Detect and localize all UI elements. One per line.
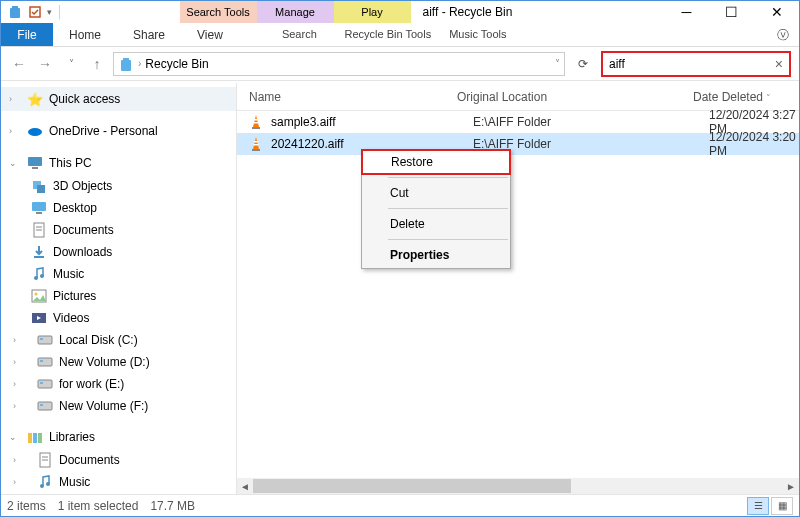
chevron-right-icon[interactable]: ›	[13, 379, 25, 389]
svg-rect-10	[32, 202, 46, 211]
folder-icon	[37, 332, 53, 348]
horizontal-scrollbar[interactable]: ◄ ►	[237, 478, 799, 494]
context-menu-delete[interactable]: Delete	[362, 211, 510, 237]
nav-item[interactable]: ›Documents	[1, 449, 236, 471]
nav-label: Libraries	[49, 430, 95, 444]
scrollbar-track[interactable]	[253, 479, 783, 493]
context-menu-cut[interactable]: Cut	[362, 180, 510, 206]
nav-item[interactable]: Documents	[1, 219, 236, 241]
nav-item-label: Downloads	[53, 245, 112, 259]
svg-point-5	[28, 128, 42, 136]
column-headers: Name Original Location Date Deleted ˅	[237, 83, 799, 111]
svg-rect-1	[12, 6, 18, 8]
folder-icon	[37, 354, 53, 370]
tab-home[interactable]: Home	[53, 23, 117, 46]
recycle-bin-icon	[118, 56, 134, 72]
nav-item[interactable]: ›New Volume (F:)	[1, 395, 236, 417]
context-menu-properties[interactable]: Properties	[362, 242, 510, 268]
nav-label: OneDrive - Personal	[49, 124, 158, 138]
folder-icon	[37, 376, 53, 392]
breadcrumb-location[interactable]: Recycle Bin	[145, 57, 208, 71]
tab-file[interactable]: File	[1, 23, 53, 46]
chevron-down-icon[interactable]: ⌄	[9, 432, 21, 442]
close-button[interactable]: ✕	[754, 1, 799, 23]
ribbon-collapse-icon[interactable]: ⓥ	[767, 23, 799, 46]
qat-dropdown-icon[interactable]: ▾	[47, 7, 52, 17]
folder-icon	[37, 452, 53, 468]
column-header-date-deleted[interactable]: Date Deleted ˅	[693, 90, 799, 104]
chevron-right-icon[interactable]: ›	[9, 126, 21, 136]
context-menu: Restore Cut Delete Properties	[361, 149, 511, 269]
nav-item-label: Documents	[59, 453, 120, 467]
details-view-button[interactable]: ☰	[747, 497, 769, 515]
context-menu-restore[interactable]: Restore	[361, 149, 511, 175]
refresh-button[interactable]: ⟳	[571, 57, 595, 71]
properties-icon[interactable]	[27, 4, 43, 20]
svg-point-19	[35, 293, 38, 296]
address-bar[interactable]: › Recycle Bin ˅	[113, 52, 565, 76]
back-button[interactable]: ←	[9, 54, 29, 74]
recent-locations-icon[interactable]: ˅	[61, 54, 81, 74]
nav-item[interactable]: Pictures	[1, 285, 236, 307]
scrollbar-thumb[interactable]	[253, 479, 571, 493]
folder-icon	[31, 244, 47, 260]
window-controls: ─ ☐ ✕	[664, 1, 799, 23]
chevron-right-icon[interactable]: ›	[9, 94, 21, 104]
folder-icon	[31, 178, 47, 194]
thumbnails-view-button[interactable]: ▦	[771, 497, 793, 515]
nav-item[interactable]: ›Local Disk (C:)	[1, 329, 236, 351]
svg-rect-41	[254, 141, 258, 143]
svg-point-16	[34, 276, 38, 280]
tab-manage[interactable]: Manage	[257, 1, 334, 23]
chevron-right-icon[interactable]: ›	[13, 401, 25, 411]
clear-search-icon[interactable]: ×	[775, 56, 783, 72]
svg-rect-39	[254, 122, 259, 124]
tab-search-tools[interactable]: Search Tools	[180, 1, 257, 23]
recycle-bin-icon[interactable]	[7, 4, 23, 20]
folder-icon	[31, 288, 47, 304]
tab-recycle-bin-tools[interactable]: Recycle Bin Tools	[338, 23, 438, 46]
svg-rect-22	[40, 338, 43, 340]
svg-rect-4	[123, 58, 129, 60]
tab-share[interactable]: Share	[117, 23, 181, 46]
nav-item-label: Local Disk (C:)	[59, 333, 138, 347]
up-button[interactable]: ↑	[87, 54, 107, 74]
svg-point-35	[40, 484, 44, 488]
nav-libraries[interactable]: ⌄ Libraries	[1, 425, 236, 449]
nav-item[interactable]: Downloads	[1, 241, 236, 263]
svg-rect-24	[40, 360, 43, 362]
chevron-right-icon[interactable]: ›	[13, 357, 25, 367]
scroll-left-icon[interactable]: ◄	[237, 481, 253, 492]
address-dropdown-icon[interactable]: ˅	[555, 58, 560, 69]
navigation-pane[interactable]: › ⭐ Quick access › OneDrive - Personal ⌄…	[1, 83, 237, 494]
nav-onedrive[interactable]: › OneDrive - Personal	[1, 119, 236, 143]
nav-item[interactable]: ›for work (E:)	[1, 373, 236, 395]
tab-view[interactable]: View	[181, 23, 239, 46]
nav-item[interactable]: Music	[1, 263, 236, 285]
file-row[interactable]: 20241220.aiffE:\AIFF Folder12/20/2024 3:…	[237, 133, 799, 155]
chevron-down-icon[interactable]: ⌄	[9, 158, 21, 168]
folder-icon	[31, 266, 47, 282]
nav-item[interactable]: ›New Volume (D:)	[1, 351, 236, 373]
tab-music-tools[interactable]: Music Tools	[438, 23, 518, 46]
tab-search[interactable]: Search	[261, 23, 338, 46]
nav-item[interactable]: Videos	[1, 307, 236, 329]
nav-item-label: New Volume (F:)	[59, 399, 148, 413]
column-header-name[interactable]: Name	[249, 90, 457, 104]
chevron-right-icon[interactable]: ›	[13, 335, 25, 345]
tab-play[interactable]: Play	[334, 1, 411, 23]
maximize-button[interactable]: ☐	[709, 1, 754, 23]
column-header-location[interactable]: Original Location	[457, 90, 693, 104]
nav-quick-access[interactable]: › ⭐ Quick access	[1, 87, 236, 111]
chevron-right-icon[interactable]: ›	[13, 455, 25, 465]
search-input[interactable]: aiff ×	[601, 51, 791, 77]
scroll-right-icon[interactable]: ►	[783, 481, 799, 492]
nav-this-pc[interactable]: ⌄ This PC	[1, 151, 236, 175]
nav-item[interactable]: Desktop	[1, 197, 236, 219]
chevron-right-icon[interactable]: ›	[13, 477, 25, 487]
forward-button[interactable]: →	[35, 54, 55, 74]
nav-item[interactable]: 3D Objects	[1, 175, 236, 197]
minimize-button[interactable]: ─	[664, 1, 709, 23]
nav-item[interactable]: ›Music	[1, 471, 236, 493]
chevron-right-icon[interactable]: ›	[138, 58, 141, 69]
